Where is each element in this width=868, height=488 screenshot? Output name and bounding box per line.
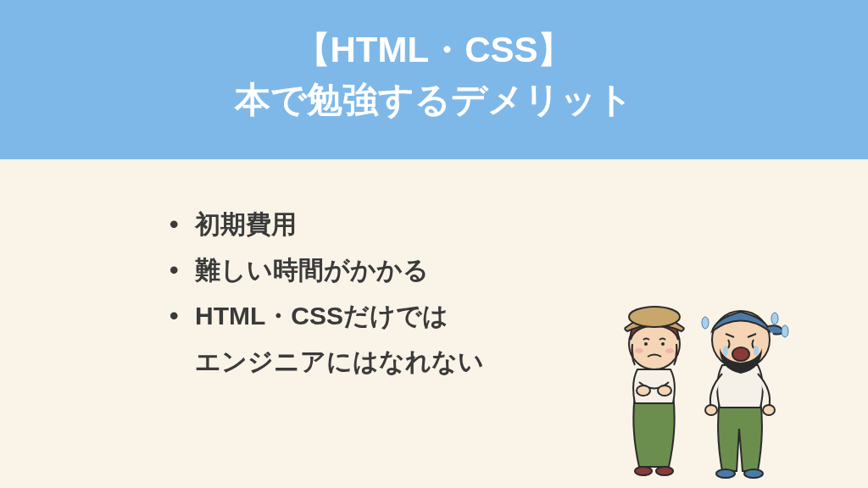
svg-point-9 bbox=[656, 467, 673, 475]
svg-point-3 bbox=[629, 307, 680, 327]
list-item: 初期費用 bbox=[170, 202, 868, 247]
svg-point-16 bbox=[771, 313, 778, 324]
svg-point-4 bbox=[644, 342, 648, 346]
bullet-text: 初期費用 bbox=[195, 210, 297, 238]
header-banner: 【HTML・CSS】 本で勉強するデメリット bbox=[0, 0, 868, 159]
characters-illustration bbox=[597, 259, 817, 480]
svg-point-0 bbox=[637, 385, 650, 396]
character-worried-icon bbox=[625, 307, 684, 475]
title-line-1: 【HTML・CSS】 bbox=[295, 30, 574, 69]
svg-point-11 bbox=[763, 405, 775, 415]
svg-point-10 bbox=[705, 405, 717, 415]
svg-point-20 bbox=[744, 469, 763, 478]
svg-point-18 bbox=[702, 317, 709, 329]
svg-point-7 bbox=[665, 348, 674, 353]
svg-point-13 bbox=[732, 347, 749, 361]
bullet-text: 難しい時間がかかる bbox=[195, 256, 429, 284]
svg-point-8 bbox=[635, 467, 652, 475]
svg-point-5 bbox=[661, 342, 665, 346]
svg-point-19 bbox=[716, 469, 735, 478]
svg-point-6 bbox=[635, 348, 643, 353]
svg-point-14 bbox=[723, 346, 728, 356]
svg-point-1 bbox=[658, 385, 671, 396]
svg-point-15 bbox=[754, 346, 759, 356]
title-line-2: 本で勉強するデメリット bbox=[235, 80, 633, 119]
svg-point-17 bbox=[782, 325, 788, 337]
page-title: 【HTML・CSS】 本で勉強するデメリット bbox=[17, 25, 851, 125]
character-crying-icon bbox=[702, 311, 788, 478]
bullet-text: HTML・CSSだけでは bbox=[195, 302, 448, 330]
